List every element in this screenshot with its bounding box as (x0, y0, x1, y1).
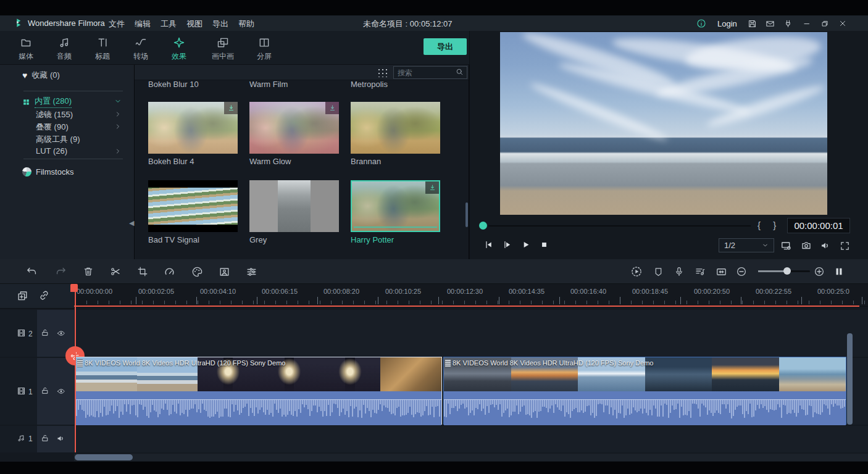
panel-collapse-arrow-icon[interactable]: ◀ (129, 219, 134, 227)
effects-scrollbar[interactable] (465, 202, 468, 227)
ruler-label: 00:00:10:25 (385, 288, 421, 295)
playback-scrubber-handle[interactable] (479, 222, 487, 230)
timeline-zoom-slider[interactable] (758, 270, 810, 272)
download-icon[interactable] (425, 181, 439, 194)
eye-icon[interactable] (56, 329, 66, 340)
login-button[interactable]: Login (717, 17, 737, 30)
effect-card-bokeh-blur-4[interactable]: Bokeh Blur 4 (148, 102, 238, 166)
speed-icon[interactable] (161, 264, 177, 279)
sidebar-item-advanced-tools[interactable]: 高级工具 (9) (36, 134, 80, 145)
timeline-clip-2[interactable]: 8K VIDEOS World 8K Videos HDR UltraHD (1… (443, 357, 846, 425)
chevron-right-icon[interactable] (114, 110, 122, 118)
timeline-ruler[interactable]: 00:00:00:00 00:00:02:05 00:00:04:10 00:0… (74, 284, 868, 307)
menu-edit[interactable]: 编辑 (135, 19, 151, 30)
sidebar-item-overlays[interactable]: 叠覆 (90) (36, 122, 69, 133)
close-icon[interactable] (838, 17, 847, 30)
tab-effects[interactable]: 效果 (161, 36, 197, 62)
menu-tools[interactable]: 工具 (161, 19, 177, 30)
video-track-2-lane[interactable] (74, 310, 868, 357)
info-icon[interactable] (696, 17, 706, 30)
link-icon[interactable] (38, 289, 50, 304)
chevron-down-icon[interactable] (114, 98, 122, 105)
menu-help[interactable]: 帮助 (238, 19, 254, 30)
tab-media[interactable]: 媒体 (8, 36, 44, 62)
restore-icon[interactable] (820, 17, 829, 30)
undo-icon[interactable] (23, 264, 40, 279)
crop-icon[interactable] (135, 264, 151, 279)
menu-view[interactable]: 视图 (186, 19, 202, 30)
display-settings-icon[interactable] (778, 238, 793, 253)
marker-icon[interactable] (650, 264, 666, 279)
redo-icon[interactable] (52, 264, 69, 279)
tab-transitions[interactable]: 转场 (123, 36, 159, 62)
speaker-icon[interactable] (56, 434, 65, 446)
effect-card-bad-tv-signal[interactable]: Bad TV Signal (148, 180, 238, 244)
previous-frame-button[interactable] (481, 237, 496, 252)
menu-export[interactable]: 导出 (212, 19, 228, 30)
download-icon[interactable] (325, 102, 339, 114)
next-frame-button[interactable] (499, 237, 514, 252)
eye-icon[interactable] (56, 387, 66, 398)
chevron-right-icon[interactable] (114, 123, 122, 130)
search-input[interactable] (394, 69, 456, 77)
snapshot-camera-icon[interactable] (799, 238, 814, 253)
playhead-line[interactable] (75, 284, 76, 452)
effect-card-brannan[interactable]: Brannan (351, 102, 440, 166)
effect-card-harry-potter[interactable]: Harry Potter (351, 180, 440, 244)
timeline-clip-1[interactable]: 8K VIDEOS World 8K Videos HDR UltraHD (1… (75, 357, 442, 425)
plug-icon[interactable] (783, 17, 793, 30)
color-palette-icon[interactable] (189, 264, 205, 279)
sidebar-item-lut[interactable]: LUT (26) (36, 146, 67, 156)
audio-track-1-lane[interactable] (74, 426, 868, 452)
trash-icon[interactable] (80, 264, 96, 279)
effect-card-warm-glow[interactable]: Warm Glow (249, 102, 339, 166)
green-screen-icon[interactable] (216, 264, 232, 279)
add-track-icon[interactable] (17, 289, 28, 304)
mark-in-out-icons[interactable]: { } (757, 220, 781, 230)
play-button[interactable] (518, 237, 533, 252)
speaker-icon[interactable] (818, 238, 833, 253)
timecode-display[interactable]: 00:00:00:01 (787, 218, 850, 233)
preview-quality-dropdown[interactable]: 1/2 (719, 238, 774, 252)
sidebar-item-filmstocks[interactable]: Filmstocks (22, 167, 73, 177)
menu-file[interactable]: 文件 (109, 19, 125, 30)
effects-sidebar: ♥ 收藏 (0) 内置 (280) 滤镜 (155) 叠覆 (90) 高级工具 … (0, 65, 134, 259)
lock-icon[interactable] (41, 386, 49, 397)
lock-icon[interactable] (41, 434, 49, 445)
record-voiceover-mic-icon[interactable] (671, 264, 687, 279)
timeline-vertical-scrollbar[interactable] (847, 333, 853, 425)
chevron-right-icon[interactable] (114, 148, 122, 155)
tab-titles[interactable]: 标题 (85, 36, 120, 62)
playback-scrubber-track[interactable] (488, 225, 751, 227)
tab-audio[interactable]: 音频 (46, 36, 82, 62)
render-preview-icon[interactable] (628, 264, 645, 279)
minimize-icon[interactable] (803, 17, 811, 30)
filmora-window: Wondershare Filmora 文件 编辑 工具 视图 导出 帮助 未命… (0, 0, 868, 474)
audio-mixer-icon[interactable] (692, 264, 708, 279)
sidebar-item-builtin[interactable]: 内置 (280) (22, 96, 72, 108)
timeline-horizontal-scrollbar[interactable] (74, 454, 868, 461)
lock-icon[interactable] (41, 328, 49, 339)
zoom-slider-handle[interactable] (783, 267, 791, 275)
fit-timeline-icon[interactable] (713, 264, 729, 279)
playhead-marker[interactable] (70, 284, 78, 292)
effect-card-grey[interactable]: Grey (249, 180, 339, 244)
scissors-icon[interactable] (107, 264, 123, 279)
save-icon[interactable] (748, 17, 757, 30)
sidebar-item-filters[interactable]: 滤镜 (155) (36, 109, 73, 120)
mail-icon[interactable] (766, 17, 775, 30)
fullscreen-icon[interactable] (837, 238, 852, 253)
scrollbar-thumb[interactable] (75, 454, 133, 460)
sidebar-item-favorites[interactable]: ♥ 收藏 (0) (22, 70, 60, 81)
panel-toggle-icon[interactable] (831, 264, 847, 279)
zoom-out-icon[interactable] (733, 264, 749, 279)
grid-view-icon[interactable] (377, 68, 388, 77)
download-icon[interactable] (224, 102, 238, 114)
preview-video[interactable] (500, 32, 827, 215)
zoom-in-icon[interactable] (811, 264, 827, 279)
tab-pip[interactable]: 画中画 (202, 36, 243, 62)
adjust-sliders-icon[interactable] (243, 264, 259, 279)
stop-button[interactable] (536, 237, 551, 252)
export-button[interactable]: 导出 (424, 38, 467, 55)
tab-split-screen[interactable]: 分屏 (246, 36, 282, 62)
